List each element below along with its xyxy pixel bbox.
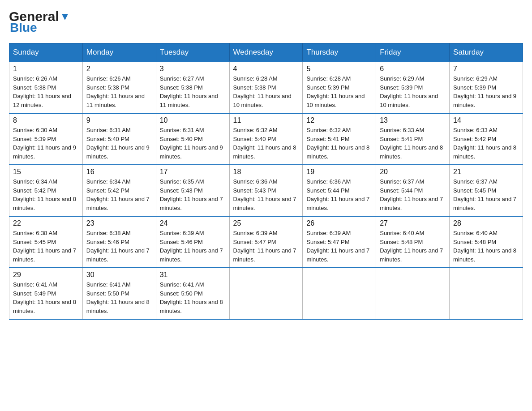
calendar-cell: 10 Sunrise: 6:31 AMSunset: 5:40 PMDaylig… [156,113,229,165]
day-header-friday: Friday [376,43,450,62]
day-number: 22 [13,219,79,227]
day-number: 11 [233,116,299,124]
calendar-cell: 28 Sunrise: 6:40 AMSunset: 5:48 PMDaylig… [450,216,523,268]
day-info: Sunrise: 6:39 AMSunset: 5:46 PMDaylight:… [160,230,223,263]
day-number: 23 [86,219,152,227]
day-number: 9 [86,116,152,124]
day-number: 14 [453,116,519,124]
day-number: 17 [160,168,226,176]
day-number: 30 [86,271,152,279]
day-number: 26 [306,219,372,227]
calendar-cell: 2 Sunrise: 6:26 AMSunset: 5:38 PMDayligh… [82,62,156,113]
calendar-cell [229,268,303,319]
calendar-week-row: 29 Sunrise: 6:41 AMSunset: 5:49 PMDaylig… [9,268,523,319]
calendar-cell: 23 Sunrise: 6:38 AMSunset: 5:46 PMDaylig… [82,216,156,268]
day-number: 16 [86,168,152,176]
day-info: Sunrise: 6:36 AMSunset: 5:44 PMDaylight:… [306,178,369,211]
day-info: Sunrise: 6:32 AMSunset: 5:40 PMDaylight:… [233,127,296,160]
day-number: 10 [160,116,226,124]
day-info: Sunrise: 6:37 AMSunset: 5:45 PMDaylight:… [453,178,516,211]
calendar-cell: 27 Sunrise: 6:40 AMSunset: 5:48 PMDaylig… [376,216,450,268]
day-info: Sunrise: 6:31 AMSunset: 5:40 PMDaylight:… [160,127,223,160]
logo-blue-text: Blue [10,21,37,35]
day-info: Sunrise: 6:30 AMSunset: 5:39 PMDaylight:… [13,127,76,160]
day-info: Sunrise: 6:39 AMSunset: 5:47 PMDaylight:… [233,230,296,263]
day-number: 24 [160,219,226,227]
calendar-cell: 4 Sunrise: 6:28 AMSunset: 5:38 PMDayligh… [229,62,303,113]
day-number: 29 [13,271,79,279]
day-info: Sunrise: 6:39 AMSunset: 5:47 PMDaylight:… [306,230,369,263]
day-number: 12 [306,116,372,124]
calendar-cell: 12 Sunrise: 6:32 AMSunset: 5:41 PMDaylig… [303,113,376,165]
day-number: 15 [13,168,79,176]
calendar-cell: 13 Sunrise: 6:33 AMSunset: 5:41 PMDaylig… [376,113,450,165]
day-number: 13 [380,116,446,124]
day-info: Sunrise: 6:41 AMSunset: 5:49 PMDaylight:… [13,281,76,314]
day-number: 28 [453,219,519,227]
calendar-cell: 3 Sunrise: 6:27 AMSunset: 5:38 PMDayligh… [156,62,229,113]
day-info: Sunrise: 6:31 AMSunset: 5:40 PMDaylight:… [86,127,150,160]
calendar-cell: 22 Sunrise: 6:38 AMSunset: 5:45 PMDaylig… [9,216,83,268]
calendar-cell: 8 Sunrise: 6:30 AMSunset: 5:39 PMDayligh… [9,113,83,165]
day-info: Sunrise: 6:33 AMSunset: 5:42 PMDaylight:… [453,127,516,160]
calendar-cell: 25 Sunrise: 6:39 AMSunset: 5:47 PMDaylig… [229,216,303,268]
day-number: 20 [380,168,446,176]
logo-triangle-icon [60,12,70,22]
day-info: Sunrise: 6:27 AMSunset: 5:38 PMDaylight:… [160,75,218,108]
day-info: Sunrise: 6:26 AMSunset: 5:38 PMDaylight:… [13,75,71,108]
day-info: Sunrise: 6:35 AMSunset: 5:43 PMDaylight:… [160,178,223,211]
calendar-week-row: 1 Sunrise: 6:26 AMSunset: 5:38 PMDayligh… [9,62,523,113]
calendar-header-row: SundayMondayTuesdayWednesdayThursdayFrid… [9,43,523,62]
calendar-cell: 17 Sunrise: 6:35 AMSunset: 5:43 PMDaylig… [156,165,229,216]
calendar-cell: 19 Sunrise: 6:36 AMSunset: 5:44 PMDaylig… [303,165,376,216]
day-info: Sunrise: 6:29 AMSunset: 5:39 PMDaylight:… [453,75,516,108]
calendar-cell: 6 Sunrise: 6:29 AMSunset: 5:39 PMDayligh… [376,62,450,113]
day-info: Sunrise: 6:28 AMSunset: 5:38 PMDaylight:… [233,75,292,108]
calendar-week-row: 8 Sunrise: 6:30 AMSunset: 5:39 PMDayligh… [9,113,523,165]
calendar-week-row: 22 Sunrise: 6:38 AMSunset: 5:45 PMDaylig… [9,216,523,268]
day-info: Sunrise: 6:38 AMSunset: 5:46 PMDaylight:… [86,230,150,263]
calendar-cell: 30 Sunrise: 6:41 AMSunset: 5:50 PMDaylig… [82,268,156,319]
day-number: 3 [160,65,226,73]
day-info: Sunrise: 6:34 AMSunset: 5:42 PMDaylight:… [13,178,76,211]
day-info: Sunrise: 6:38 AMSunset: 5:45 PMDaylight:… [13,230,76,263]
day-number: 5 [306,65,372,73]
calendar-cell: 9 Sunrise: 6:31 AMSunset: 5:40 PMDayligh… [82,113,156,165]
calendar-cell: 15 Sunrise: 6:34 AMSunset: 5:42 PMDaylig… [9,165,83,216]
day-number: 1 [13,65,79,73]
calendar-cell [450,268,523,319]
day-info: Sunrise: 6:37 AMSunset: 5:44 PMDaylight:… [380,178,443,211]
day-number: 19 [306,168,372,176]
calendar-cell: 16 Sunrise: 6:34 AMSunset: 5:42 PMDaylig… [82,165,156,216]
day-number: 31 [160,271,226,279]
day-header-thursday: Thursday [303,43,376,62]
day-number: 6 [380,65,446,73]
day-info: Sunrise: 6:34 AMSunset: 5:42 PMDaylight:… [86,178,150,211]
calendar-cell: 21 Sunrise: 6:37 AMSunset: 5:45 PMDaylig… [450,165,523,216]
calendar-cell: 11 Sunrise: 6:32 AMSunset: 5:40 PMDaylig… [229,113,303,165]
page-header: General Blue [9,9,523,35]
calendar-cell: 24 Sunrise: 6:39 AMSunset: 5:46 PMDaylig… [156,216,229,268]
calendar-table: SundayMondayTuesdayWednesdayThursdayFrid… [9,43,523,320]
calendar-cell [303,268,376,319]
day-header-saturday: Saturday [450,43,523,62]
calendar-cell: 7 Sunrise: 6:29 AMSunset: 5:39 PMDayligh… [450,62,523,113]
day-info: Sunrise: 6:41 AMSunset: 5:50 PMDaylight:… [160,281,223,314]
calendar-cell: 29 Sunrise: 6:41 AMSunset: 5:49 PMDaylig… [9,268,83,319]
calendar-cell: 5 Sunrise: 6:28 AMSunset: 5:39 PMDayligh… [303,62,376,113]
day-number: 8 [13,116,79,124]
day-info: Sunrise: 6:40 AMSunset: 5:48 PMDaylight:… [380,230,443,263]
day-number: 27 [380,219,446,227]
day-number: 21 [453,168,519,176]
day-header-monday: Monday [82,43,156,62]
day-info: Sunrise: 6:40 AMSunset: 5:48 PMDaylight:… [453,230,516,263]
calendar-cell: 26 Sunrise: 6:39 AMSunset: 5:47 PMDaylig… [303,216,376,268]
day-header-wednesday: Wednesday [229,43,303,62]
calendar-cell [376,268,450,319]
calendar-week-row: 15 Sunrise: 6:34 AMSunset: 5:42 PMDaylig… [9,165,523,216]
day-info: Sunrise: 6:41 AMSunset: 5:50 PMDaylight:… [86,281,150,314]
day-number: 7 [453,65,519,73]
day-number: 18 [233,168,299,176]
day-info: Sunrise: 6:36 AMSunset: 5:43 PMDaylight:… [233,178,296,211]
calendar-cell: 31 Sunrise: 6:41 AMSunset: 5:50 PMDaylig… [156,268,229,319]
